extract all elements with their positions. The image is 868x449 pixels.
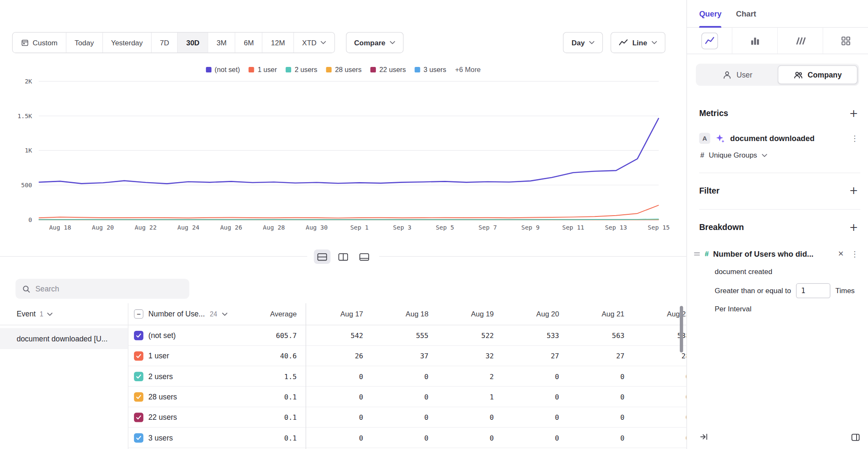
series-checkbox[interactable] (134, 351, 143, 360)
cell-value: 522 (436, 331, 501, 340)
cell-value: 0 (567, 372, 632, 380)
legend-swatch-icon (370, 67, 376, 72)
range-12m-button[interactable]: 12M (262, 33, 293, 53)
vertical-scrollbar[interactable] (680, 306, 683, 352)
condition-label[interactable]: Greater than or equal to (715, 287, 791, 295)
table-row-1-user: 1 user40.6263732272728 (128, 346, 687, 366)
table-row-28-users: 28 users0.1001000 (128, 387, 687, 407)
cell-value: 27 (501, 352, 567, 360)
drag-handle-icon[interactable] (694, 250, 701, 257)
cell-value: 32 (436, 352, 501, 360)
compare-button[interactable]: Compare (346, 32, 403, 53)
range-custom-button[interactable]: Custom (13, 33, 66, 53)
series-checkbox[interactable] (134, 392, 143, 401)
date-range-group: CustomTodayYesterday7D30D3M6M12MXTD (12, 32, 335, 53)
breakdown-menu-icon[interactable]: ⋮ (849, 250, 860, 258)
table-header-row: − Number of Use... 24 Average Aug 17Aug … (128, 303, 687, 325)
legend-label: 1 user (258, 66, 277, 73)
range-30d-button[interactable]: 30D (178, 33, 208, 53)
toggle-company[interactable]: Company (777, 65, 857, 84)
cell-value: 538 (632, 331, 687, 340)
layout-split-horizontal-button[interactable] (314, 249, 331, 264)
cell-value: 37 (371, 352, 436, 360)
chart-style-bar-button[interactable] (732, 28, 777, 53)
legend-item-not-set[interactable]: (not set) (206, 66, 240, 73)
toggle-user-label: User (737, 71, 752, 79)
event-list-item[interactable]: document downloaded [U... (0, 328, 128, 349)
metric-menu-icon[interactable]: ⋮ (849, 134, 860, 142)
x-axis-tick: Sep 5 (436, 224, 454, 231)
legend-label: 22 users (379, 66, 406, 73)
add-breakdown-button[interactable]: + (847, 222, 860, 233)
breakdown-event[interactable]: document created (715, 267, 860, 276)
remove-breakdown-icon[interactable]: × (837, 249, 845, 258)
chevron-down-icon (651, 41, 657, 44)
legend-item-2-users[interactable]: 2 users (286, 66, 317, 73)
range-7d-button[interactable]: 7D (151, 33, 177, 53)
chart-style-flow-button[interactable] (777, 28, 823, 53)
metric-item[interactable]: A document downloaded ⋮ (699, 133, 860, 144)
legend-more[interactable]: +6 More (455, 66, 481, 73)
filter-title: Filter (699, 186, 720, 195)
add-filter-button[interactable]: + (847, 186, 860, 196)
date-column-header[interactable]: Aug 18 (371, 310, 436, 318)
range-6m-button[interactable]: 6M (235, 33, 262, 53)
legend-item-3-users[interactable]: 3 users (415, 66, 446, 73)
chart-workspace: CustomTodayYesterday7D30D3M6M12MXTD Comp… (0, 0, 687, 449)
breakdown-property[interactable]: Number of Users who did... (713, 249, 833, 258)
group-column-header[interactable]: Number of Use... (148, 310, 205, 318)
chart-type-button[interactable]: Line (611, 32, 665, 53)
cell-value: 0 (371, 433, 436, 442)
range-today-button[interactable]: Today (66, 33, 102, 53)
tab-chart[interactable]: Chart (736, 0, 756, 27)
series-line-2-users (39, 219, 659, 219)
date-column-header[interactable]: Aug 22 (632, 310, 687, 318)
search-input[interactable] (36, 285, 183, 293)
collapse-panel-button[interactable] (699, 432, 709, 443)
range-xtd-button[interactable]: XTD (293, 33, 334, 53)
legend-item-28-users[interactable]: 28 users (326, 66, 362, 73)
legend-swatch-icon (326, 67, 332, 72)
add-metric-button[interactable]: + (847, 108, 860, 119)
toggle-user[interactable]: User (698, 65, 778, 84)
date-column-header[interactable]: Aug 17 (306, 310, 371, 318)
interval-button[interactable]: Day (563, 32, 603, 53)
x-axis-tick: Sep 1 (350, 224, 368, 231)
analytics-app: CustomTodayYesterday7D30D3M6M12MXTD Comp… (0, 0, 868, 449)
event-column-header[interactable]: Event 1 (0, 303, 128, 325)
search-box (16, 279, 189, 299)
event-sparkle-icon (715, 133, 726, 144)
cell-value: 0 (567, 433, 632, 442)
interval-label: Day (571, 39, 584, 47)
user-company-toggle: User Company (696, 64, 859, 86)
series-checkbox[interactable] (134, 330, 143, 340)
select-all-checkbox[interactable]: − (134, 309, 143, 319)
series-checkbox[interactable] (134, 433, 143, 442)
times-value-input[interactable] (796, 283, 830, 298)
legend-item-22-users[interactable]: 22 users (370, 66, 406, 73)
chart-style-more-button[interactable] (823, 28, 868, 53)
date-column-header[interactable]: Aug 20 (501, 310, 567, 318)
metrics-title: Metrics (699, 108, 729, 118)
average-column-header[interactable]: Average (239, 310, 306, 318)
legend-item-1-user[interactable]: 1 user (249, 66, 277, 73)
panel-layout-button[interactable] (851, 432, 860, 444)
average-value: 605.7 (239, 331, 306, 340)
cell-value: 2 (436, 372, 501, 380)
date-column-header[interactable]: Aug 19 (436, 310, 501, 318)
aggregation-selector[interactable]: # Unique Groups (699, 151, 860, 160)
range-3m-button[interactable]: 3M (208, 33, 235, 53)
layout-split-vertical-button[interactable] (335, 249, 351, 264)
series-checkbox[interactable] (134, 371, 143, 381)
chart-style-line-button[interactable] (687, 28, 732, 53)
event-list-panel: Event 1 document downloaded [U... (0, 303, 128, 449)
layout-bottom-panel-button[interactable] (356, 249, 373, 264)
average-value: 0.1 (239, 413, 306, 421)
date-column-header[interactable]: Aug 21 (567, 310, 632, 318)
breakdown-interval[interactable]: Per Interval (715, 305, 860, 313)
table-data-area: − Number of Use... 24 Average Aug 17Aug … (128, 303, 687, 449)
range-yesterday-button[interactable]: Yesterday (102, 33, 151, 53)
tab-query[interactable]: Query (699, 0, 722, 27)
series-checkbox[interactable] (134, 413, 143, 422)
cell-value: 0 (501, 393, 567, 401)
